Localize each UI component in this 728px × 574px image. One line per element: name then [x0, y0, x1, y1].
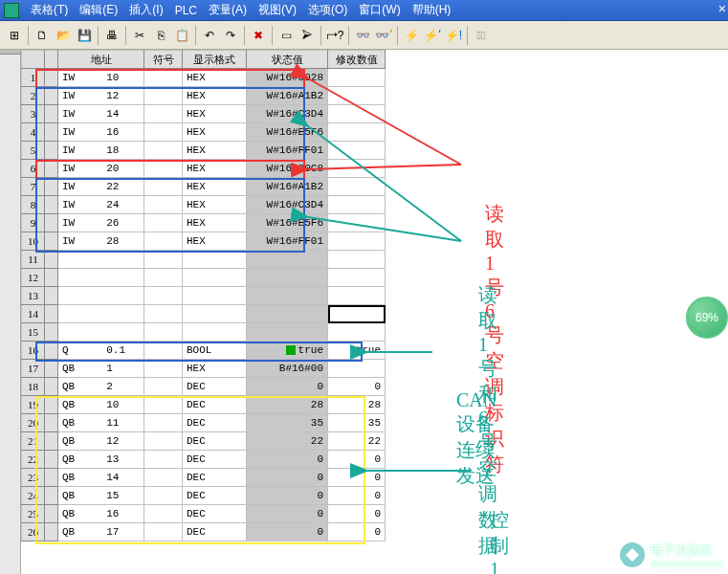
cell-format[interactable] — [183, 287, 247, 305]
cell-modify[interactable] — [328, 269, 386, 287]
row-number[interactable]: 22 — [22, 451, 45, 469]
cell-status[interactable]: W#16#E5F6 — [247, 214, 328, 232]
cell-address[interactable]: QB 12 — [58, 432, 144, 451]
goto-icon[interactable]: ⮚ — [297, 25, 318, 46]
cell-modify[interactable] — [328, 123, 386, 142]
cell-modify[interactable] — [328, 105, 386, 123]
row-number[interactable]: 12 — [22, 269, 45, 287]
cell-format[interactable]: HEX — [183, 142, 247, 160]
cell-address[interactable]: IW 22 — [58, 178, 144, 196]
cell-address[interactable]: Q 0.1 — [58, 342, 144, 360]
pointer-icon[interactable]: ⮣? — [324, 25, 345, 46]
cell-symbol[interactable] — [144, 232, 183, 251]
cell-format[interactable] — [183, 251, 247, 269]
row-number[interactable]: 17 — [22, 360, 45, 378]
cell-symbol[interactable] — [144, 214, 183, 232]
header-symbol[interactable]: 符号 — [144, 51, 183, 69]
table-row[interactable]: 24QB 15DEC00 — [22, 487, 386, 505]
cell-format[interactable]: DEC — [183, 396, 247, 414]
table-row[interactable]: 2IW 12HEXW#16#A1B2 — [22, 87, 386, 105]
table-row[interactable]: 18QB 2DEC00 — [22, 378, 386, 396]
cell-address[interactable]: QB 17 — [58, 523, 144, 541]
cell-address[interactable]: IW 20 — [58, 160, 144, 178]
cell-symbol[interactable] — [144, 251, 183, 269]
cell-modify[interactable] — [328, 142, 386, 160]
menu-plc[interactable]: PLC — [169, 2, 203, 19]
cell-status[interactable] — [247, 287, 328, 305]
row-number[interactable]: 21 — [22, 432, 45, 451]
row-number[interactable]: 23 — [22, 469, 45, 487]
table-row[interactable]: 4IW 16HEXW#16#E5F6 — [22, 123, 386, 142]
header-modify[interactable]: 修改数值 — [328, 51, 386, 69]
row-number[interactable]: 5 — [22, 142, 45, 160]
row-number[interactable]: 4 — [22, 123, 45, 142]
cell-format[interactable]: HEX — [183, 232, 247, 251]
table-row[interactable]: 14 — [22, 305, 386, 323]
cell-modify[interactable]: true — [328, 342, 386, 360]
cell-address[interactable]: QB 16 — [58, 505, 144, 523]
open-icon[interactable]: 📂 — [53, 25, 74, 46]
cell-address[interactable]: IW 26 — [58, 214, 144, 232]
monitor-once-icon[interactable]: 👓ʹ — [373, 25, 394, 46]
cell-format[interactable] — [183, 269, 247, 287]
cell-address[interactable] — [58, 305, 144, 323]
cell-format[interactable]: DEC — [183, 487, 247, 505]
cell-status[interactable] — [247, 305, 328, 323]
close-icon[interactable]: × — [718, 1, 726, 16]
menu-window[interactable]: 窗口(W) — [353, 0, 406, 20]
cell-status[interactable] — [247, 251, 328, 269]
row-number[interactable]: 3 — [22, 105, 45, 123]
cell-address[interactable] — [58, 287, 144, 305]
cell-modify[interactable]: 0 — [328, 469, 386, 487]
table-row[interactable]: 8IW 24HEXW#16#C3D4 — [22, 196, 386, 214]
cell-modify[interactable] — [328, 360, 386, 378]
table-row[interactable]: 19QB 10DEC2828 — [22, 396, 386, 414]
cell-status[interactable]: B#16#00 — [247, 360, 328, 378]
row-number[interactable]: 7 — [22, 178, 45, 196]
menu-variable[interactable]: 变量(A) — [203, 0, 253, 20]
paste-icon[interactable]: 📋 — [171, 25, 192, 46]
cell-status[interactable]: 0 — [247, 469, 328, 487]
row-number[interactable]: 10 — [22, 232, 45, 251]
row-number[interactable]: 20 — [22, 414, 45, 432]
modify-icon[interactable]: ⚡ — [401, 25, 422, 46]
cell-modify[interactable] — [328, 251, 386, 269]
cell-format[interactable]: HEX — [183, 360, 247, 378]
cell-status[interactable]: 22 — [247, 432, 328, 451]
delete-icon[interactable]: ✖ — [248, 25, 269, 46]
cell-address[interactable]: IW 18 — [58, 142, 144, 160]
row-number[interactable]: 15 — [22, 323, 45, 342]
cell-format[interactable]: DEC — [183, 523, 247, 541]
cell-status[interactable]: 0 — [247, 505, 328, 523]
cell-modify[interactable] — [328, 214, 386, 232]
cell-address[interactable]: IW 10 — [58, 69, 144, 87]
table-row[interactable]: 25QB 16DEC00 — [22, 505, 386, 523]
cell-symbol[interactable] — [144, 287, 183, 305]
row-number[interactable]: 18 — [22, 378, 45, 396]
cell-address[interactable]: QB 13 — [58, 451, 144, 469]
cell-status[interactable]: 35 — [247, 414, 328, 432]
cell-address[interactable]: IW 28 — [58, 232, 144, 251]
table-row[interactable]: 3IW 14HEXW#16#C3D4 — [22, 105, 386, 123]
cell-symbol[interactable] — [144, 160, 183, 178]
monitor-icon[interactable]: 👓 — [352, 25, 373, 46]
cell-symbol[interactable] — [144, 123, 183, 142]
row-number[interactable]: 6 — [22, 160, 45, 178]
table-row[interactable]: 13 — [22, 287, 386, 305]
cell-modify[interactable]: 35 — [328, 414, 386, 432]
cell-status[interactable]: W#16#0028 — [247, 69, 328, 87]
row-number[interactable]: 1 — [22, 69, 45, 87]
table-row[interactable]: 1IW 10HEXW#16#0028 — [22, 69, 386, 87]
cell-format[interactable]: HEX — [183, 105, 247, 123]
cell-status[interactable] — [247, 323, 328, 342]
variable-table[interactable]: 地址 符号 显示格式 状态值 修改数值 1IW 10HEXW#16#00282I… — [21, 50, 386, 541]
cell-modify[interactable]: 0 — [328, 378, 386, 396]
cell-modify[interactable] — [328, 305, 386, 323]
table-row[interactable]: 6IW 20HEXW#16#00C8 — [22, 160, 386, 178]
cell-symbol[interactable] — [144, 505, 183, 523]
table-row[interactable]: 10IW 28HEXW#16#FF01 — [22, 232, 386, 251]
cell-status[interactable]: W#16#FF01 — [247, 232, 328, 251]
cell-address[interactable] — [58, 323, 144, 342]
cell-status[interactable]: 0 — [247, 523, 328, 541]
window-icon[interactable]: ⊞ — [4, 25, 25, 46]
